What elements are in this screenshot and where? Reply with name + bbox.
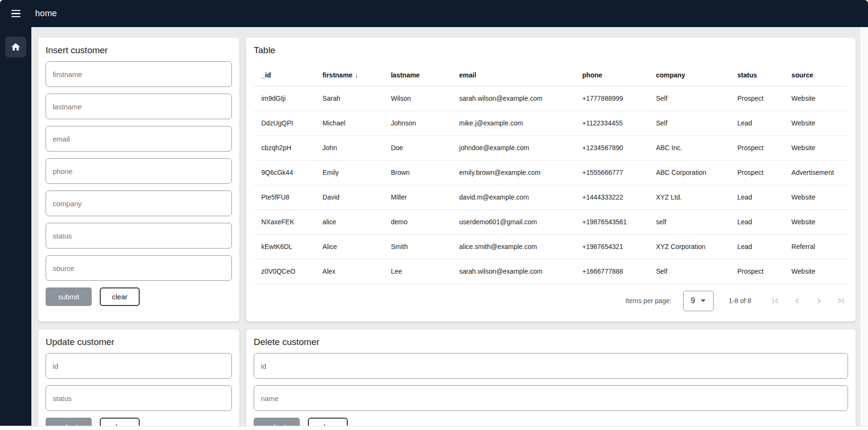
cell-company: Self	[649, 259, 730, 284]
cell-phone: +1234567890	[575, 135, 649, 160]
cell-company: XYZ Ltd.	[649, 185, 730, 210]
cell-lastname: Wilson	[383, 86, 452, 111]
cell-status: Lead	[730, 111, 784, 135]
cell-id: cbzqh2pH	[254, 135, 315, 160]
cell-firstname: John	[315, 135, 383, 160]
page-size-select[interactable]: 9	[683, 291, 714, 311]
cell-firstname: Sarah	[315, 86, 383, 111]
sort-desc-icon: ↓	[355, 71, 358, 79]
cell-id: 9Q6cGk44	[254, 160, 315, 185]
cell-id: kEwtK6DL	[254, 234, 315, 259]
table-header-row: _id firstname↓ lastname email phone comp…	[254, 64, 848, 86]
delete-card-title: Delete customer	[254, 337, 848, 347]
table-row[interactable]: kEwtK6DL Alice Smith alice.smith@example…	[254, 234, 848, 259]
cell-source: Website	[784, 185, 848, 210]
cell-firstname: Emily	[315, 160, 383, 185]
column-header-phone[interactable]: phone	[575, 64, 649, 86]
range-label: 1-8 of 8	[729, 297, 751, 305]
cell-status: Prospect	[730, 160, 784, 185]
insert-form-field[interactable]	[46, 158, 232, 184]
update-button-row: submit clear	[46, 418, 232, 426]
column-header-firstname[interactable]: firstname↓	[315, 64, 383, 86]
table-row[interactable]: Pte5fFU8 David Miller david.m@example.co…	[254, 185, 848, 210]
cell-company: ABC Corporation	[649, 160, 730, 185]
cell-company: XYZ Corporation	[649, 234, 730, 259]
cell-email: alice.smith@example.com	[452, 234, 575, 259]
cell-phone: +1987654321	[575, 234, 649, 259]
cell-source: Website	[784, 111, 848, 135]
update-submit-button[interactable]: submit	[46, 418, 92, 426]
cell-firstname: Michael	[315, 111, 383, 135]
table-row[interactable]: cbzqh2pH John Doe johndoe@example.com +1…	[254, 135, 848, 160]
previous-page-button[interactable]	[791, 295, 803, 307]
chevron-right-icon	[814, 296, 824, 306]
table-row[interactable]: NXaxeFEK alice demo userdemo601@gmail.co…	[254, 210, 848, 234]
cell-lastname: Johnson	[383, 111, 452, 135]
horizontal-scrollbar[interactable]	[0, 426, 868, 430]
customers-table: _id firstname↓ lastname email phone comp…	[254, 64, 848, 284]
next-page-button[interactable]	[813, 295, 825, 307]
delete-form-field[interactable]	[254, 353, 848, 379]
insert-form	[46, 61, 232, 281]
table-row[interactable]: DdzUgQPI Michael Johnson mike.j@example.…	[254, 111, 848, 135]
menu-button[interactable]	[6, 4, 25, 23]
cell-lastname: Miller	[383, 185, 452, 210]
update-customer-card: Update customer submit clear	[38, 329, 239, 426]
cell-lastname: Smith	[383, 234, 452, 259]
insert-customer-card: Insert customer submit	[38, 38, 239, 322]
delete-submit-button[interactable]: submit	[254, 418, 300, 426]
cell-status: Lead	[730, 234, 784, 259]
update-form-field[interactable]	[46, 385, 232, 411]
cell-id: im9dGtji	[254, 86, 315, 111]
chevron-left-icon	[792, 296, 802, 306]
delete-form	[254, 353, 848, 411]
insert-submit-button[interactable]: submit	[46, 287, 92, 306]
insert-form-field[interactable]	[46, 255, 232, 281]
vertical-scrollbar[interactable]	[860, 27, 868, 426]
update-clear-button[interactable]: clear	[100, 418, 140, 426]
column-header-lastname[interactable]: lastname	[383, 64, 452, 86]
insert-form-field[interactable]	[46, 126, 232, 152]
delete-form-field[interactable]	[254, 385, 848, 411]
cell-source: Advertisement	[784, 160, 848, 185]
sidebar-item-home[interactable]	[5, 37, 26, 57]
insert-form-field[interactable]	[46, 94, 232, 119]
chevron-down-icon	[701, 299, 706, 302]
table-row[interactable]: im9dGtji Sarah Wilson sarah.wilson@examp…	[254, 86, 848, 111]
update-card-title: Update customer	[46, 337, 232, 347]
delete-clear-button[interactable]: clear	[308, 418, 348, 426]
column-header-id[interactable]: _id	[254, 64, 315, 86]
insert-button-row: submit clear	[46, 287, 232, 306]
app-window: home Insert customer	[0, 0, 868, 430]
cell-company: self	[649, 210, 730, 234]
home-icon	[10, 42, 21, 52]
pager-controls	[769, 295, 847, 307]
column-header-status[interactable]: status	[730, 64, 784, 86]
insert-card-title: Insert customer	[46, 45, 232, 56]
column-header-email[interactable]: email	[452, 64, 575, 86]
cell-email: emily.brown@example.com	[452, 160, 575, 185]
column-header-source[interactable]: source	[784, 64, 848, 86]
insert-clear-button[interactable]: clear	[100, 287, 140, 306]
last-page-button[interactable]	[835, 295, 847, 307]
cell-company: Self	[649, 111, 730, 135]
cell-lastname: Doe	[383, 135, 452, 160]
cell-source: Website	[784, 210, 848, 234]
cell-source: Website	[784, 259, 848, 284]
cell-email: david.m@example.com	[452, 185, 575, 210]
update-form-field[interactable]	[46, 353, 232, 379]
cell-phone: +1444333222	[575, 185, 649, 210]
insert-form-field[interactable]	[46, 61, 232, 87]
cell-source: Referral	[784, 234, 848, 259]
insert-form-field[interactable]	[46, 223, 232, 248]
first-page-button[interactable]	[769, 295, 782, 307]
cell-firstname: David	[315, 185, 383, 210]
insert-form-field[interactable]	[46, 191, 232, 216]
table-row[interactable]: 9Q6cGk44 Emily Brown emily.brown@example…	[254, 160, 848, 185]
cell-firstname: alice	[315, 210, 383, 234]
hamburger-icon	[11, 10, 20, 17]
table-card-title: Table	[254, 45, 848, 56]
table-row[interactable]: z0V0QCeO Alex Lee sarah.wilson@example.c…	[254, 259, 848, 284]
column-header-company[interactable]: company	[649, 64, 730, 86]
sidebar	[0, 27, 31, 426]
